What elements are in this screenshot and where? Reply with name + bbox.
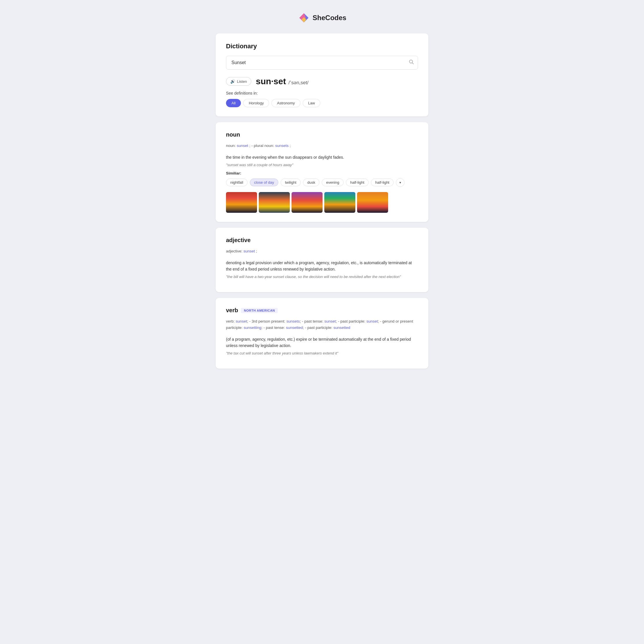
page-header: SheCodes <box>6 11 638 24</box>
tag-half-light-1[interactable]: half-light <box>346 179 369 186</box>
verb-meta-sunsetting[interactable]: sunsetting <box>244 325 262 330</box>
adjective-section: adjective adjective: sunset ; denoting a… <box>216 228 428 292</box>
noun-meta-plural[interactable]: sunsets <box>275 143 289 148</box>
similiar-tags: nightfall close of day twilight dusk eve… <box>226 178 418 187</box>
adjective-example: "the bill will have a two-year sunset cl… <box>226 275 418 279</box>
tag-dusk[interactable]: dusk <box>303 179 319 186</box>
listen-button[interactable]: 🔊 Listen <box>226 77 251 86</box>
verb-meta-word[interactable]: sunset <box>236 319 247 323</box>
see-definitions-label: See definitions in: <box>226 91 418 95</box>
tag-twilight[interactable]: twilight <box>281 179 301 186</box>
sunset-images <box>226 192 418 213</box>
noun-section: noun noun: sunset ; - plural noun: sunse… <box>216 122 428 222</box>
adjective-meta: adjective: sunset ; <box>226 248 418 254</box>
adjective-meta-prefix: adjective: <box>226 249 242 253</box>
noun-meta: noun: sunset ; - plural noun: sunsets ; <box>226 143 418 149</box>
verb-definition: (of a program, agency, regulation, etc.)… <box>226 336 418 349</box>
logo-text: SheCodes <box>313 14 346 22</box>
filter-all[interactable]: All <box>226 99 241 107</box>
verb-meta: verb: sunset; - 3rd person present: suns… <box>226 318 418 331</box>
category-filters: All Horology Astronomy Law <box>226 99 418 107</box>
word-text: sun·set <box>256 76 286 86</box>
verb-example: "the tax cut will sunset after three yea… <box>226 351 418 355</box>
sunset-image-1 <box>226 192 257 213</box>
filter-astronomy[interactable]: Astronomy <box>271 99 300 107</box>
word-header: 🔊 Listen sun·set /ˈsən,set/ <box>226 76 418 86</box>
more-tags-button[interactable]: ▾ <box>396 178 405 187</box>
noun-definition: the time in the evening when the sun dis… <box>226 154 418 160</box>
word-display: sun·set /ˈsən,set/ <box>256 76 308 86</box>
filter-horology[interactable]: Horology <box>243 99 269 107</box>
chevron-down-icon: ▾ <box>399 181 401 185</box>
north-american-badge: NORTH AMERICAN <box>241 308 278 313</box>
filter-law[interactable]: Law <box>303 99 321 107</box>
verb-meta-sunsetted2[interactable]: sunsetted <box>333 325 350 330</box>
search-input[interactable] <box>226 56 418 70</box>
verb-meta-sunsetted1[interactable]: sunsetted <box>286 325 303 330</box>
noun-example: "sunset was still a couple of hours away… <box>226 163 418 167</box>
tag-nightfall[interactable]: nightfall <box>226 179 248 186</box>
noun-meta-word[interactable]: sunset <box>237 143 248 148</box>
noun-meta-prefix: noun: <box>226 143 236 148</box>
sunset-image-2 <box>259 192 290 213</box>
verb-meta-past[interactable]: sunset <box>324 319 336 323</box>
sunset-image-3 <box>292 192 323 213</box>
dictionary-title: Dictionary <box>226 43 418 50</box>
noun-meta-sep2: ; <box>290 143 291 148</box>
logo-icon <box>298 11 310 24</box>
similiar-label: Similiar: <box>226 171 418 175</box>
speaker-icon: 🔊 <box>230 79 235 84</box>
logo: SheCodes <box>298 11 346 24</box>
search-icon <box>409 60 414 65</box>
adjective-definition: denoting a legal provision under which a… <box>226 260 418 273</box>
main-content: Dictionary 🔊 Listen sun·set /ˈsən,set/ S… <box>216 33 428 369</box>
sunset-image-4 <box>324 192 355 213</box>
adjective-meta-word[interactable]: sunset <box>244 249 255 253</box>
verb-title: verb <box>226 307 238 314</box>
phonetic-text: /ˈsən,set/ <box>288 80 308 85</box>
listen-label: Listen <box>237 79 247 84</box>
adjective-title: adjective <box>226 237 418 244</box>
dictionary-card: Dictionary 🔊 Listen sun·set /ˈsən,set/ S… <box>216 33 428 116</box>
tag-close-of-day[interactable]: close of day <box>250 179 278 186</box>
search-wrapper <box>226 56 418 70</box>
sunset-image-5 <box>357 192 388 213</box>
adjective-meta-sep: ; <box>256 249 257 253</box>
verb-section: verb NORTH AMERICAN verb: sunset; - 3rd … <box>216 298 428 369</box>
noun-meta-sep1: ; - plural noun: <box>249 143 274 148</box>
svg-line-4 <box>412 63 414 64</box>
tag-half-light-2[interactable]: half-light <box>371 179 394 186</box>
verb-header: verb NORTH AMERICAN <box>226 307 418 314</box>
verb-meta-participle[interactable]: sunset <box>367 319 378 323</box>
tag-evening[interactable]: evening <box>322 179 344 186</box>
noun-title: noun <box>226 131 418 138</box>
verb-meta-sunsets[interactable]: sunsets <box>286 319 300 323</box>
search-button[interactable] <box>409 60 414 66</box>
